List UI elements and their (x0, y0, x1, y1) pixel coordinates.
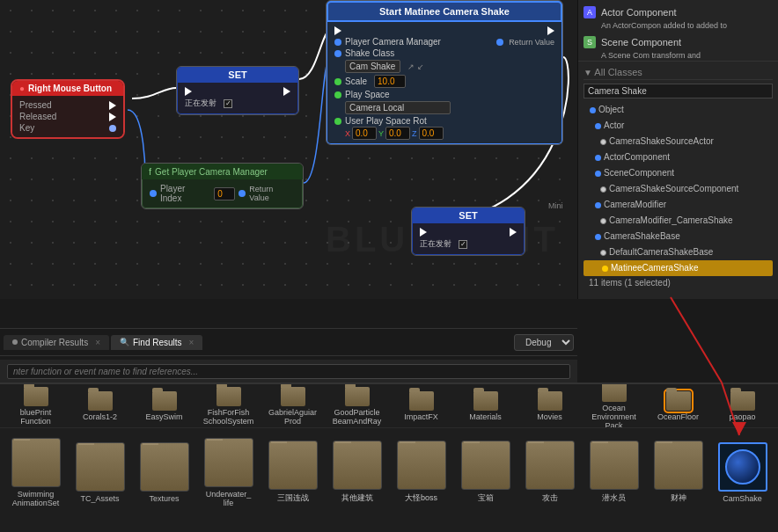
matinee-dot (602, 266, 608, 272)
tree-item-camerashake-source-actor[interactable]: CameraShakeSourceActor (584, 134, 773, 149)
debug-dropdown[interactable]: Debug (514, 334, 574, 351)
asset-sanguolianzhan[interactable]: 三国连战 (261, 437, 325, 507)
tree-item-cameramodifier-camerashake[interactable]: CameraModifier_CameraShake (584, 213, 773, 229)
find-input[interactable] (7, 364, 570, 379)
mini-label: Mini (546, 200, 566, 211)
blueprint-function-icon (24, 387, 48, 406)
blueprint-canvas[interactable]: BLUEPRINT ● Right Mouse Button Pressed R… (0, 0, 577, 299)
play-space-select[interactable]: Camera Local (345, 101, 451, 114)
compiler-icon (12, 339, 18, 345)
asset-swimming[interactable]: Swimming AnimationSet (4, 434, 68, 511)
class-search-input[interactable] (584, 84, 773, 98)
tree-item-scenecomponent[interactable]: SceneComponent (584, 165, 773, 181)
rot-z-input[interactable] (419, 127, 444, 140)
asset-qitajianzhu[interactable]: 其他建筑 (325, 437, 389, 507)
find-bar (0, 360, 577, 384)
actor-component-icon: A (584, 6, 596, 18)
set-exec-out (283, 87, 290, 96)
asset-camshake[interactable]: CamShake (710, 439, 774, 506)
scenecomp-dot (595, 171, 601, 177)
find-results-tab[interactable]: 🔍 Find Results × (111, 335, 202, 350)
folder-paopao[interactable]: paopao (710, 388, 774, 425)
camshake-thumb (718, 442, 767, 492)
set2-checkbox[interactable] (459, 240, 467, 249)
player-index-input[interactable] (214, 187, 235, 200)
shake-header: Start Matinee Camera Shake (327, 1, 562, 22)
find-close[interactable]: × (189, 338, 194, 347)
tree-item-camerashakebase[interactable]: CameraShakeBase (584, 229, 773, 244)
assets-row: Swimming AnimationSet TC_Assets Textures… (0, 428, 778, 516)
camerashake-source-actor-dot (600, 139, 606, 145)
rmb-node: ● Right Mouse Button Pressed Released Ke… (11, 79, 125, 139)
actor-component-row[interactable]: A Actor Component (584, 4, 773, 21)
asset-qianshuiyuan[interactable]: 潜水员 (582, 437, 646, 507)
tree-item-cameramodifier[interactable]: CameraModifier (584, 197, 773, 213)
folder-fishforfish[interactable]: FishForFish SchoolSystem (196, 384, 261, 428)
folder-movies[interactable]: Movies (517, 388, 582, 425)
camshake-circle (725, 449, 760, 485)
shake-class-select[interactable]: Cam Shake (345, 60, 400, 73)
asset-gongji[interactable]: 攻击 (517, 437, 582, 507)
folder-materials[interactable]: Materials (453, 388, 517, 425)
set2-header: SET (412, 208, 525, 223)
rmb-header: ● Right Mouse Button (12, 81, 123, 96)
asset-tc-assets[interactable]: TC_Assets (68, 439, 132, 506)
folder-oceanfloor[interactable]: OceanFloor (646, 388, 710, 425)
items-count: 11 items (1 selected) (584, 276, 773, 289)
rot-y-input[interactable] (385, 127, 410, 140)
all-classes-panel: ▼ All Classes Object Actor CameraShakeSo… (578, 62, 778, 293)
rot-x-input[interactable] (352, 127, 377, 140)
component-types: A Actor Component An ActorCompon added t… (578, 0, 778, 62)
object-dot (590, 107, 596, 113)
all-classes-header: ▼ All Classes (584, 65, 773, 80)
asset-caishen[interactable]: 财神 (646, 437, 710, 507)
rmb-released-pin: Released (19, 111, 116, 122)
tree-item-actorcomponent[interactable]: ActorComponent (584, 149, 773, 165)
start-matinee-shake-node: Start Matinee Camera Shake Player Camera… (326, 0, 563, 145)
folder-impactfx[interactable]: ImpactFX (389, 388, 453, 425)
get-camera-manager-node: f Get Player Camera Manager Player Index… (141, 163, 304, 209)
tree-item-actor[interactable]: Actor (584, 118, 773, 134)
asset-textures[interactable]: Textures (132, 439, 196, 506)
actor-dot (595, 123, 601, 129)
scene-component-row[interactable]: S Scene Component (584, 33, 773, 51)
shake-exec-in (334, 26, 341, 35)
compiler-results-tab[interactable]: Compiler Results × (4, 335, 109, 350)
key-data-pin (109, 125, 116, 132)
tree-item-camerashake-source-comp[interactable]: CameraShakeSourceComponent (584, 181, 773, 197)
class-tree: Object Actor CameraShakeSourceActor Acto… (584, 102, 773, 276)
compiler-close[interactable]: × (95, 338, 100, 347)
tree-item-default-camerashake[interactable]: DefaultCameraShakeBase (584, 244, 773, 260)
scale-pin (334, 78, 341, 85)
asset-baoxiang[interactable]: 宝箱 (453, 437, 517, 507)
folder-gabriel[interactable]: GabrielAguiar Prod (261, 384, 325, 428)
content-browser: bluePrint Function Corals1-2 EasySwim Fi… (0, 383, 778, 532)
folder-goodparticle[interactable]: GoodParticle BeamAndRay (325, 384, 389, 428)
swimming-thumb (11, 438, 61, 487)
folder-blueprint-function[interactable]: bluePrint Function (4, 384, 68, 428)
right-panel: A Actor Component An ActorCompon added t… (577, 0, 778, 299)
scale-input[interactable] (374, 75, 406, 88)
folders-row: bluePrint Function Corals1-2 EasySwim Fi… (0, 384, 778, 428)
released-exec-pin (109, 113, 116, 121)
set-exec-in (185, 87, 192, 96)
scene-component-icon: S (584, 36, 596, 48)
folder-easyswim[interactable]: EasySwim (132, 388, 196, 425)
folder-corals[interactable]: Corals1-2 (68, 388, 132, 425)
set-checkbox[interactable] (224, 99, 232, 108)
folder-ocean-env[interactable]: Ocean Environment Pack (582, 384, 646, 428)
shake-exec-out (547, 26, 554, 35)
tree-item-object[interactable]: Object (584, 102, 773, 118)
asset-daguaiboss[interactable]: 大怪boss (389, 437, 453, 507)
actorcomp-dot (595, 155, 601, 161)
set-header: SET (177, 67, 298, 83)
pressed-exec-pin (109, 101, 116, 110)
actor-component-desc: An ActorCompon added to added to (584, 21, 773, 32)
tree-item-matinee-camerashake[interactable]: MatineeCameraShake (584, 260, 773, 276)
rmb-key-pin: Key (19, 122, 116, 134)
svg-line-0 (671, 297, 722, 383)
scene-component-desc: A Scene Com transform and (584, 51, 773, 62)
shake-body: Player Camera Manager Return Value Shake… (327, 22, 562, 144)
asset-underwater[interactable]: Underwater_ life (196, 434, 261, 511)
rmb-pressed-pin: Pressed (19, 99, 116, 111)
